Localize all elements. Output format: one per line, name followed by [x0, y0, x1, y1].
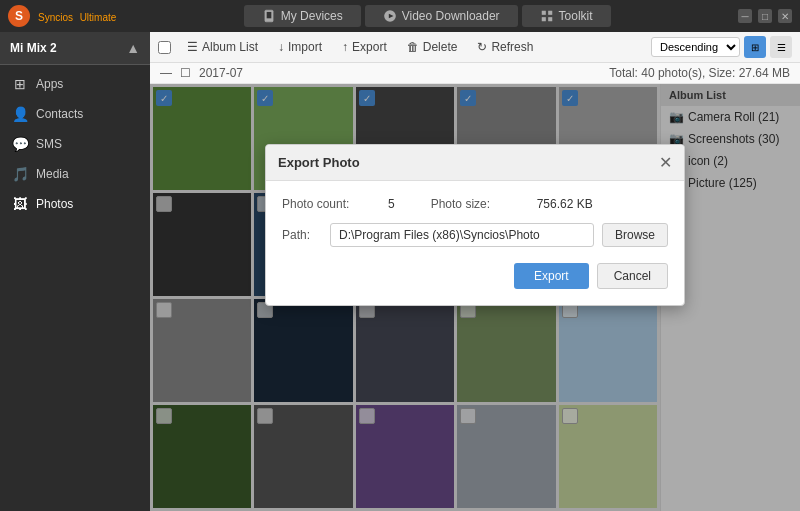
title-nav: My Devices Video Downloader Toolkit — [244, 5, 611, 27]
total-info: Total: 40 photo(s), Size: 27.64 MB — [609, 66, 790, 80]
export-confirm-button[interactable]: Export — [514, 263, 589, 289]
sidebar: Mi Mix 2 ▲ ⊞ Apps 👤 Contacts 💬 SMS 🎵 Med… — [0, 32, 150, 511]
media-icon: 🎵 — [12, 166, 28, 182]
toolbar-right: Descending Ascending ⊞ ☰ — [651, 36, 792, 58]
content-area: ☰ Album List ↓ Import ↑ Export 🗑 Delete … — [150, 32, 800, 511]
nav-my-devices[interactable]: My Devices — [244, 5, 361, 27]
export-button[interactable]: ↑ Export — [334, 37, 395, 57]
phone-icon — [262, 9, 276, 23]
import-icon: ↓ — [278, 40, 284, 54]
sidebar-item-contacts[interactable]: 👤 Contacts — [0, 99, 150, 129]
eject-button[interactable]: ▲ — [126, 40, 140, 56]
grid-icon — [540, 9, 554, 23]
title-bar: S Syncios Ultimate My Devices Video Down… — [0, 0, 800, 32]
contacts-icon: 👤 — [12, 106, 28, 122]
import-button[interactable]: ↓ Import — [270, 37, 330, 57]
app-logo: S — [8, 5, 30, 27]
grid-view-icon: ⊞ — [751, 42, 759, 53]
export-dialog: Export Photo ✕ Photo count: 5 Photo size… — [265, 144, 685, 306]
dialog-actions: Export Cancel — [282, 263, 668, 289]
app-body: Mi Mix 2 ▲ ⊞ Apps 👤 Contacts 💬 SMS 🎵 Med… — [0, 32, 800, 511]
photos-label: Photos — [36, 197, 73, 211]
sort-dropdown[interactable]: Descending Ascending — [651, 37, 740, 57]
toolbar: ☰ Album List ↓ Import ↑ Export 🗑 Delete … — [150, 32, 800, 63]
grid-view-button[interactable]: ⊞ — [744, 36, 766, 58]
photos-icon: 🖼 — [12, 196, 28, 212]
dialog-overlay: Export Photo ✕ Photo count: 5 Photo size… — [150, 84, 800, 511]
media-label: Media — [36, 167, 69, 181]
sidebar-menu: ⊞ Apps 👤 Contacts 💬 SMS 🎵 Media 🖼 Photos — [0, 65, 150, 511]
apps-icon: ⊞ — [12, 76, 28, 92]
svg-rect-6 — [541, 17, 545, 21]
svg-rect-1 — [266, 12, 271, 18]
delete-button[interactable]: 🗑 Delete — [399, 37, 466, 57]
dialog-header: Export Photo ✕ — [266, 145, 684, 181]
list-view-button[interactable]: ☰ — [770, 36, 792, 58]
sidebar-item-media[interactable]: 🎵 Media — [0, 159, 150, 189]
dialog-body: Photo count: 5 Photo size: 756.62 KB Pat… — [266, 181, 684, 305]
app-title: Syncios Ultimate — [38, 9, 116, 24]
browse-button[interactable]: Browse — [602, 223, 668, 247]
sidebar-item-apps[interactable]: ⊞ Apps — [0, 69, 150, 99]
photo-main: ✓✓✓✓✓ Album List 📷 Camera Roll (21) 📷 Sc… — [150, 84, 800, 511]
path-label: Path: — [282, 228, 322, 242]
refresh-icon: ↻ — [477, 40, 487, 54]
sms-label: SMS — [36, 137, 62, 151]
sms-icon: 💬 — [12, 136, 28, 152]
select-all-checkbox[interactable] — [158, 41, 171, 54]
photo-count-value: 5 — [388, 197, 395, 211]
svg-rect-7 — [548, 17, 552, 21]
album-list-icon: ☰ — [187, 40, 198, 54]
dialog-info-row: Photo count: 5 Photo size: 756.62 KB — [282, 197, 668, 211]
dialog-path-row: Path: Browse — [282, 223, 668, 247]
sidebar-item-photos[interactable]: 🖼 Photos — [0, 189, 150, 219]
collapse-icon: — — [160, 66, 172, 80]
photo-size-label: Photo size: — [431, 197, 521, 211]
maximize-button[interactable]: □ — [758, 9, 772, 23]
album-list-button[interactable]: ☰ Album List — [179, 37, 266, 57]
apps-label: Apps — [36, 77, 63, 91]
photo-count-label: Photo count: — [282, 197, 372, 211]
cancel-button[interactable]: Cancel — [597, 263, 668, 289]
dialog-close-button[interactable]: ✕ — [659, 153, 672, 172]
date-checkbox: ☐ — [180, 66, 191, 80]
date-label: 2017-07 — [199, 66, 243, 80]
title-bar-left: S Syncios Ultimate — [8, 5, 116, 27]
close-button[interactable]: ✕ — [778, 9, 792, 23]
export-icon: ↑ — [342, 40, 348, 54]
svg-rect-4 — [541, 11, 545, 15]
path-input[interactable] — [330, 223, 594, 247]
info-bar: — ☐ 2017-07 Total: 40 photo(s), Size: 27… — [150, 63, 800, 84]
photo-size-value: 756.62 KB — [537, 197, 593, 211]
device-name: Mi Mix 2 — [10, 41, 57, 55]
refresh-button[interactable]: ↻ Refresh — [469, 37, 541, 57]
dialog-title: Export Photo — [278, 155, 360, 170]
delete-icon: 🗑 — [407, 40, 419, 54]
list-view-icon: ☰ — [777, 42, 786, 53]
contacts-label: Contacts — [36, 107, 83, 121]
sidebar-item-sms[interactable]: 💬 SMS — [0, 129, 150, 159]
window-controls: ─ □ ✕ — [738, 9, 792, 23]
nav-toolkit[interactable]: Toolkit — [522, 5, 611, 27]
svg-rect-5 — [548, 11, 552, 15]
play-icon — [383, 9, 397, 23]
device-header: Mi Mix 2 ▲ — [0, 32, 150, 65]
minimize-button[interactable]: ─ — [738, 9, 752, 23]
nav-video-downloader[interactable]: Video Downloader — [365, 5, 518, 27]
